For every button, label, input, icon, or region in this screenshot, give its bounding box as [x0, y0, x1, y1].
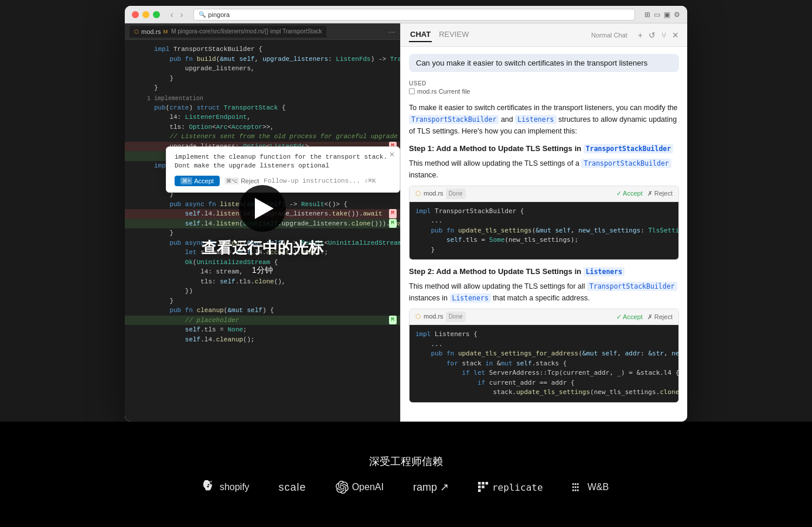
svg-rect-12 [577, 483, 579, 485]
replicate-logo: replicate [478, 482, 543, 493]
user-message-text: Can you make it easier to switch certifi… [416, 59, 647, 67]
close-button[interactable] [132, 11, 139, 18]
svg-rect-2 [478, 490, 481, 492]
screenshot-area: ‹ › 🔍 pingora ⊞ ▭ ▣ ⚙ [0, 0, 812, 422]
browser-nav: ‹ › [169, 10, 184, 19]
step1-heading: Step 1: Add a Method to Update TLS Setti… [409, 143, 679, 155]
svg-rect-13 [577, 487, 579, 488]
code-line: l4: ListenerEndpoint, [125, 112, 400, 122]
code-panel: ⬡ mod.rs M M pingora-core/src/listeners/… [125, 23, 400, 422]
minimize-button[interactable] [142, 11, 149, 18]
step2-heading: Step 2: Add a Method to Update TLS Setti… [409, 266, 679, 278]
step1-code-ref: TransportStackBuilder [584, 144, 673, 153]
code-block-1-header: ⬡ mod.rs Done ✓ Accept ✗ Reject [410, 186, 678, 202]
svg-rect-8 [572, 490, 574, 491]
tab-path: M pingora-core/src/listeners/mod.rs/{} i… [171, 28, 322, 35]
highlight-tsb: TransportStackBuilder [409, 115, 499, 124]
scale-logo: scale [279, 481, 306, 494]
accept-button-2[interactable]: ✓ Accept [616, 313, 643, 321]
fork-button[interactable]: ⑂ [661, 30, 666, 40]
reject-button-1[interactable]: ✗ Reject [647, 190, 673, 197]
code-line: impl TransportStackBuilder { [125, 45, 400, 54]
company-logos: shopify scale OpenAI ramp ↗ replicate W&… [203, 480, 609, 494]
browser-content: ⬡ mod.rs M M pingora-core/src/listeners/… [125, 23, 687, 422]
diff-new-marker2: M [389, 219, 397, 228]
grid-icon[interactable]: ⊞ [644, 11, 650, 19]
code-block-1: ⬡ mod.rs Done ✓ Accept ✗ Reject [409, 186, 679, 261]
used-section: USED mod.rs Current file [409, 80, 679, 95]
code-line: self.tls = None; [125, 325, 400, 335]
popup-accept-button[interactable]: ⌘+ Accept [175, 176, 220, 186]
code-line-added2: self.l4.listen(Some(self.upgrade_listene… [125, 219, 400, 229]
user-message: Can you make it easier to switch certifi… [409, 54, 679, 72]
assistant-intro-text: To make it easier to switch certificates… [409, 102, 679, 137]
panel-icon[interactable]: ▣ [664, 11, 670, 19]
code-block-2-body: impl Listeners { ... pub fn update_tls_s… [410, 325, 678, 402]
search-icon: 🔍 [199, 11, 206, 18]
history-button[interactable]: ↺ [649, 30, 656, 40]
browser-chrome: ‹ › 🔍 pingora ⊞ ▭ ▣ ⚙ [125, 6, 687, 23]
code-line: tls: self.tls.clone(), [125, 277, 400, 287]
popup-close-button[interactable]: ✕ [389, 150, 395, 159]
step2-desc: This method will allow updating the TLS … [409, 280, 679, 304]
shopify-logo: shopify [203, 480, 250, 494]
openai-icon [336, 481, 349, 494]
code-line: } [125, 83, 400, 93]
svg-rect-11 [575, 490, 576, 491]
more-tabs-button[interactable]: ··· [388, 27, 395, 36]
shopify-icon [203, 480, 216, 494]
chat-body: Can you make it easier to switch certifi… [401, 47, 687, 422]
step1-desc: This method will allow updating the TLS … [409, 158, 679, 181]
forward-button[interactable]: › [179, 10, 185, 19]
code-line: upgrade_listeners, [125, 64, 400, 74]
svg-rect-10 [575, 487, 576, 488]
tab-review[interactable]: REVIEW [434, 28, 473, 42]
editor-tab[interactable]: ⬡ mod.rs M M pingora-core/src/listeners/… [129, 26, 326, 37]
popup-followup[interactable]: Follow-up instructions... ⇧⌘K [264, 176, 376, 186]
step2-code2: TransportStackBuilder [587, 282, 677, 291]
used-file-name: mod.rs Current file [417, 88, 470, 95]
wb-text: W&B [588, 482, 609, 492]
accept-kbd: ⌘+ [180, 177, 192, 184]
step1-code2: TransportStackBuilder [581, 159, 671, 168]
new-chat-button[interactable]: + [638, 30, 643, 40]
sidebar-icon[interactable]: ▭ [654, 11, 660, 19]
used-file: mod.rs Current file [409, 88, 679, 95]
modified-indicator: M [163, 29, 168, 35]
code-line: pub async fn listen(&mut self) -> Result… [125, 200, 400, 210]
accept-label: Accept [194, 177, 214, 184]
svg-rect-6 [572, 483, 574, 485]
svg-rect-14 [577, 490, 579, 491]
rust-file-icon: ⬡ [134, 29, 139, 35]
reject-label: Reject [241, 177, 259, 184]
svg-rect-5 [486, 482, 489, 485]
code-line-added3: // placeholder M [125, 316, 400, 326]
bottom-tagline: 深受工程师信赖 [369, 454, 443, 468]
reject-kbd: ⌘⌥ [224, 177, 239, 184]
svg-rect-7 [572, 487, 574, 488]
code-line: pub(crate) struct TransportStack { [125, 103, 400, 113]
back-button[interactable]: ‹ [169, 10, 175, 19]
file-icon-small2: ⬡ [415, 312, 421, 322]
bottom-bar: 深受工程师信赖 shopify scale OpenAI ramp ↗ repl… [0, 422, 812, 527]
code-line: } [125, 228, 400, 238]
reject-button-2[interactable]: ✗ Reject [647, 313, 673, 321]
svg-rect-3 [482, 482, 485, 485]
address-bar[interactable]: 🔍 pingora [193, 9, 635, 20]
code-line-deleted2: self.l4.listen(self.upgrade_listeners.ta… [125, 209, 400, 219]
settings-icon[interactable]: ⚙ [674, 11, 680, 19]
code-line: }) [125, 286, 400, 296]
app-container: ‹ › 🔍 pingora ⊞ ▭ ▣ ⚙ [0, 0, 812, 527]
popup-reject-button[interactable]: ⌘⌥ Reject [224, 177, 259, 184]
tab-chat[interactable]: CHAT [409, 28, 432, 42]
replicate-text: replicate [492, 482, 543, 493]
maximize-button[interactable] [153, 11, 160, 18]
code-block-2: ⬡ mod.rs Done ✓ Accept ✗ Reject [409, 309, 679, 403]
code-block-2-header: ⬡ mod.rs Done ✓ Accept ✗ Reject [410, 309, 678, 325]
close-chat-button[interactable]: ✕ [672, 30, 679, 40]
svg-rect-1 [478, 485, 481, 488]
code-block-2-filename: ⬡ mod.rs Done [415, 312, 466, 322]
replicate-icon [478, 482, 489, 492]
accept-button-1[interactable]: ✓ Accept [616, 190, 643, 197]
address-text: pingora [208, 11, 230, 18]
